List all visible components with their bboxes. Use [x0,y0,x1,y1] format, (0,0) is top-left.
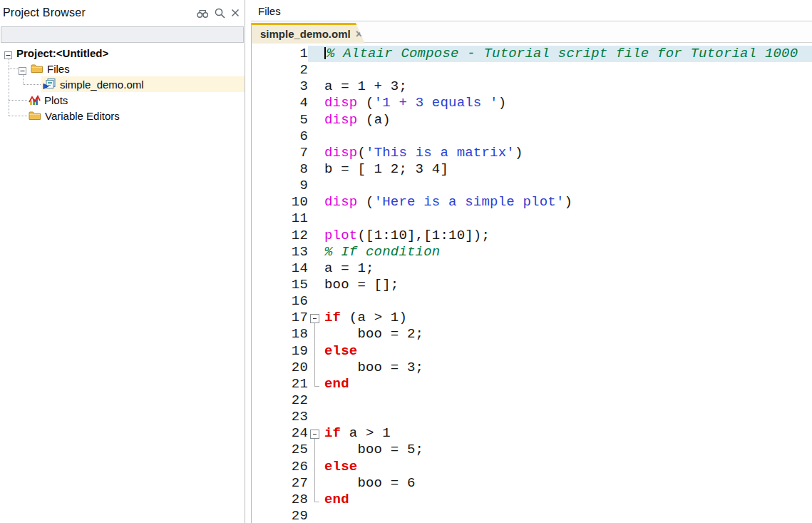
line-number[interactable]: 3 [252,78,308,95]
code-line[interactable]: 9 [252,178,812,194]
line-number[interactable]: 24 [252,425,308,442]
code-line[interactable]: 7disp('This is a matrix') [252,145,812,161]
line-number[interactable]: 6 [252,128,308,145]
code-line[interactable]: 28end [252,492,812,508]
folder-icon [29,111,41,121]
line-number[interactable]: 7 [252,145,308,161]
line-number[interactable]: 5 [252,112,308,128]
tree-item-variable-editors[interactable]: Variable Editors [0,108,245,123]
code-editor[interactable]: 1% Altair Compose - Tutorial script file… [251,43,812,523]
line-number[interactable]: 21 [252,376,308,392]
fold-margin [308,228,324,244]
code-segment-def: ( [357,95,374,111]
line-number[interactable]: 20 [252,360,308,376]
line-number[interactable]: 22 [252,392,308,409]
line-number[interactable]: 26 [252,459,308,475]
code-line[interactable]: 2 [252,62,812,78]
code-text: boo = 5; [324,442,812,458]
tree-item-plots[interactable]: Plots [0,92,245,108]
fold-margin [308,244,324,260]
fold-collapse-icon[interactable] [308,425,324,442]
code-line[interactable]: 12plot([1:10],[1:10]); [252,228,812,244]
line-number[interactable]: 15 [252,277,308,293]
line-number[interactable]: 25 [252,442,308,458]
fold-margin [308,277,324,293]
code-text [324,178,812,194]
code-line[interactable]: 26else [252,459,812,475]
line-number[interactable]: 19 [252,343,308,360]
line-number[interactable]: 29 [252,508,308,523]
line-number[interactable]: 11 [252,210,308,227]
expander-minus-icon[interactable] [4,49,12,57]
close-icon[interactable] [230,8,240,18]
code-line[interactable]: 29 [252,508,812,523]
tree-filter-bar[interactable] [1,26,244,43]
line-number[interactable]: 14 [252,260,308,277]
code-segment-def: ) [498,95,507,111]
code-line[interactable]: 25 boo = 5; [252,442,812,458]
line-number[interactable]: 8 [252,161,308,178]
code-segment-flow: end [324,492,349,507]
code-segment-kw: disp [324,194,357,210]
code-segment-kw: plot [324,228,357,243]
code-line[interactable]: 1% Altair Compose - Tutorial script file… [252,46,812,62]
code-line[interactable]: 4disp ('1 + 3 equals ') [252,95,812,111]
tab-close-icon[interactable]: × [356,29,362,40]
code-segment-def: ) [564,194,572,210]
code-line[interactable]: 6 [252,128,812,145]
tree-item-simple-demo-oml[interactable]: simple_demo.oml [0,76,245,92]
code-line[interactable]: 21end [252,376,812,392]
tree-item-label: Project:<Untitled> [16,47,108,59]
find-icon[interactable] [196,7,210,19]
code-line[interactable]: 16 [252,293,812,310]
code-line[interactable]: 10disp ('Here is a simple plot') [252,194,812,210]
code-segment-def: ( [357,194,374,210]
code-line[interactable]: 3a = 1 + 3; [252,78,812,95]
code-line[interactable]: 5disp (a) [252,112,812,128]
code-segment-def: boo = 5; [324,442,423,457]
expander-minus-icon[interactable] [19,65,26,73]
code-segment-flow: if [324,425,341,441]
tab-simple-demo[interactable]: simple_demo.oml × [251,23,365,44]
code-text: end [324,376,812,392]
code-line[interactable]: 8b = [ 1 2; 3 4] [252,161,812,178]
line-number[interactable]: 28 [252,492,308,508]
panel-splitter[interactable] [245,0,251,523]
code-text: else [324,343,812,360]
code-segment-def: (a) [357,112,390,128]
search-icon[interactable] [214,7,226,19]
tree-item-project-untitled[interactable]: Project:<Untitled> [0,45,245,61]
code-line[interactable]: 15boo = []; [252,277,812,293]
fold-margin [308,343,324,360]
code-line[interactable]: 14a = 1; [252,260,812,277]
code-line[interactable]: 13% If condition [252,244,812,260]
code-line[interactable]: 18 boo = 2; [252,326,812,342]
code-line[interactable]: 19else [252,343,812,360]
line-number[interactable]: 13 [252,244,308,260]
code-line[interactable]: 11 [252,210,812,227]
code-text: disp (a) [324,112,812,128]
line-number[interactable]: 4 [252,95,308,111]
code-line[interactable]: 23 [252,409,812,425]
code-text [324,293,812,310]
line-number[interactable]: 23 [252,409,308,425]
code-line[interactable]: 22 [252,392,812,409]
line-number[interactable]: 10 [252,194,308,210]
code-line[interactable]: 27 boo = 6 [252,475,812,492]
fold-margin [308,459,324,475]
code-line[interactable]: 20 boo = 3; [252,360,812,376]
code-line[interactable]: 17if (a > 1) [252,310,812,326]
line-number[interactable]: 18 [252,326,308,342]
code-text: boo = 3; [324,360,812,376]
fold-collapse-icon[interactable] [308,310,324,326]
fold-margin [308,293,324,310]
line-number[interactable]: 2 [252,62,308,78]
line-number[interactable]: 1 [252,46,308,62]
line-number[interactable]: 27 [252,475,308,492]
line-number[interactable]: 12 [252,228,308,244]
line-number[interactable]: 9 [252,178,308,194]
code-line[interactable]: 24if a > 1 [252,425,812,442]
line-number[interactable]: 17 [252,310,308,326]
tree-item-files[interactable]: Files [0,61,245,76]
line-number[interactable]: 16 [252,293,308,310]
